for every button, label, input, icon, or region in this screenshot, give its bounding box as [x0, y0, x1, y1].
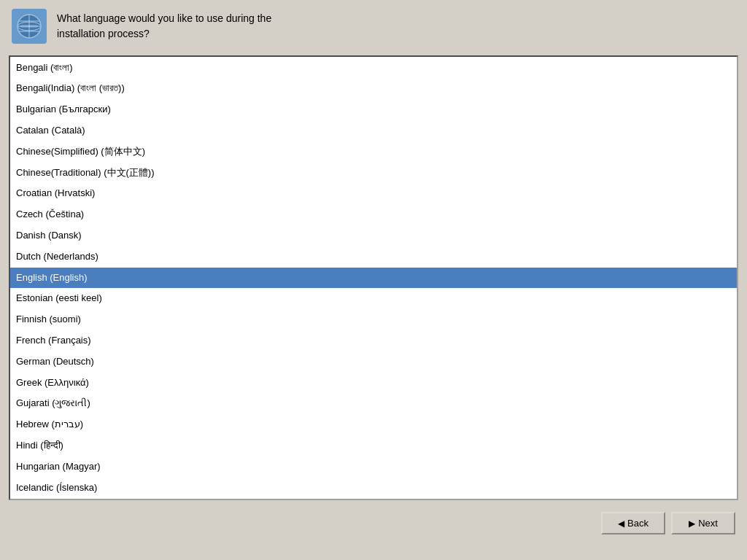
- list-item[interactable]: Chinese(Simplified) (简体中文): [10, 141, 737, 163]
- list-item[interactable]: French (Français): [10, 330, 737, 351]
- list-item[interactable]: Danish (Dansk): [10, 225, 737, 246]
- list-item[interactable]: Estonian (eesti keel): [10, 288, 737, 309]
- svg-rect-8: [20, 25, 38, 28]
- back-icon: ◀: [618, 518, 624, 529]
- back-button[interactable]: ◀ Back: [601, 512, 665, 534]
- language-list[interactable]: Arabic (العربية)Assamese (অসমীয়া)Bengal…: [9, 55, 738, 500]
- list-item[interactable]: Dutch (Nederlands): [10, 246, 737, 268]
- list-item[interactable]: Icelandic (Íslenska): [10, 478, 737, 499]
- list-item[interactable]: Iloko (Iloko): [10, 498, 737, 500]
- list-item[interactable]: Hungarian (Magyar): [10, 456, 737, 478]
- header-question: What language would you like to use duri…: [57, 11, 271, 42]
- next-label: Next: [698, 518, 718, 529]
- list-item[interactable]: Czech (Čeština): [10, 204, 737, 225]
- list-item[interactable]: Hindi (हिन्दी): [10, 435, 737, 456]
- footer: ◀ Back ▶ Next: [0, 506, 747, 540]
- back-label: Back: [627, 518, 649, 529]
- list-item[interactable]: Chinese(Traditional) (中文(正體)): [10, 163, 737, 184]
- installer-icon: [12, 9, 47, 44]
- list-item[interactable]: Bengali (বাংলা): [10, 58, 737, 79]
- next-button[interactable]: ▶ Next: [671, 512, 735, 534]
- next-icon: ▶: [689, 518, 695, 529]
- header: What language would you like to use duri…: [0, 0, 747, 52]
- list-item[interactable]: Croatian (Hrvatski): [10, 183, 737, 204]
- list-item[interactable]: Bulgarian (Български): [10, 99, 737, 120]
- list-item[interactable]: Finnish (suomi): [10, 309, 737, 330]
- list-item[interactable]: Gujarati (ગુજરાતી): [10, 393, 737, 414]
- list-item[interactable]: Catalan (Català): [10, 120, 737, 141]
- list-item[interactable]: German (Deutsch): [10, 351, 737, 373]
- list-item[interactable]: Bengali(India) (বাংলা (ভারত)): [10, 78, 737, 99]
- list-item[interactable]: Hebrew (עברית): [10, 414, 737, 435]
- list-item[interactable]: English (English): [10, 268, 737, 289]
- list-item[interactable]: Greek (Ελληνικά): [10, 373, 737, 394]
